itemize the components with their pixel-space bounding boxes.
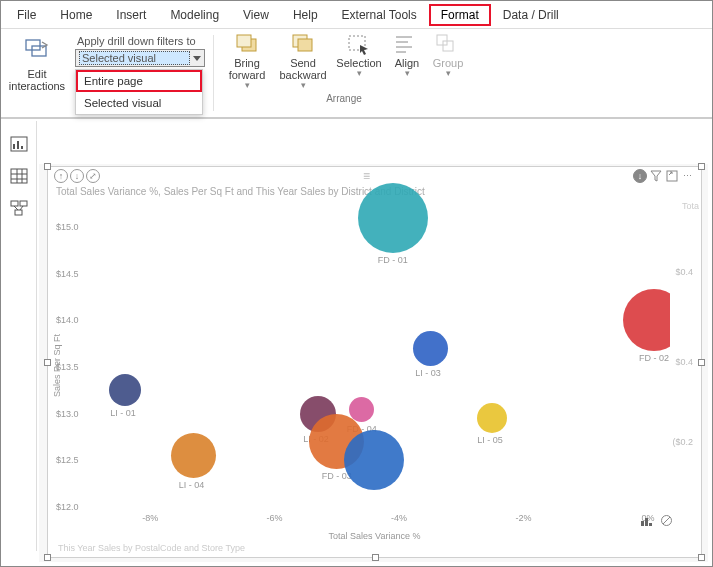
tab-data-drill[interactable]: Data / Drill bbox=[491, 4, 571, 26]
bubble[interactable] bbox=[358, 183, 428, 253]
drill-filters-group: Apply drill down filters to Selected vis… bbox=[73, 29, 213, 117]
bubble-label: LI - 01 bbox=[110, 408, 136, 418]
bubble[interactable] bbox=[171, 433, 216, 478]
y-tick: $14.5 bbox=[56, 269, 79, 279]
resize-handle[interactable] bbox=[698, 554, 705, 561]
ribbon-body: Edit interactions Apply drill down filte… bbox=[1, 29, 712, 119]
model-view-icon[interactable] bbox=[9, 199, 29, 217]
svg-rect-17 bbox=[11, 169, 27, 183]
more-options-icon[interactable]: ⋯ bbox=[681, 169, 695, 183]
drill-filters-label: Apply drill down filters to bbox=[77, 35, 205, 47]
tab-modeling[interactable]: Modeling bbox=[158, 4, 231, 26]
visual-header: ↑ ↓ ⤢ ≡ ↓ ⋯ bbox=[48, 167, 701, 185]
bubble[interactable] bbox=[344, 430, 404, 490]
y-tick: $13.5 bbox=[56, 362, 79, 372]
bubble[interactable] bbox=[413, 331, 448, 366]
tab-external-tools[interactable]: External Tools bbox=[330, 4, 429, 26]
x-tick: -8% bbox=[142, 513, 158, 523]
bubble-label: LI - 04 bbox=[179, 480, 205, 490]
drill-down-icon[interactable]: ↓ bbox=[70, 169, 84, 183]
svg-rect-30 bbox=[649, 523, 652, 526]
footer-text: This Year Sales by PostalCode and Store … bbox=[58, 543, 245, 553]
group-icon bbox=[435, 33, 461, 55]
resize-handle[interactable] bbox=[44, 359, 51, 366]
arrange-group-label: Arrange bbox=[326, 93, 362, 104]
svg-line-32 bbox=[663, 517, 670, 524]
bubble-label: FD - 01 bbox=[378, 255, 408, 265]
align-button[interactable]: Align▾ bbox=[388, 33, 426, 91]
none-icon[interactable] bbox=[660, 514, 673, 527]
resize-handle[interactable] bbox=[698, 163, 705, 170]
drill-toggle-icon[interactable]: ↓ bbox=[633, 169, 647, 183]
visual-frame[interactable]: ↑ ↓ ⤢ ≡ ↓ ⋯ Total Sales Variance %, Sale… bbox=[47, 166, 702, 558]
report-canvas[interactable]: ↑ ↓ ⤢ ≡ ↓ ⋯ Total Sales Variance %, Sale… bbox=[39, 164, 708, 562]
resize-handle[interactable] bbox=[44, 163, 51, 170]
tab-file[interactable]: File bbox=[5, 4, 48, 26]
chevron-down-icon: ▾ bbox=[301, 81, 306, 91]
y-tick: $14.0 bbox=[56, 315, 79, 325]
ribbon-tabs: File Home Insert Modeling View Help Exte… bbox=[1, 1, 712, 29]
svg-rect-5 bbox=[298, 39, 312, 51]
bring-forward-icon bbox=[234, 33, 260, 55]
data-view-icon[interactable] bbox=[9, 167, 29, 185]
tab-home[interactable]: Home bbox=[48, 4, 104, 26]
svg-rect-16 bbox=[21, 146, 23, 149]
resize-handle[interactable] bbox=[372, 554, 379, 561]
drill-up-icon[interactable]: ↑ bbox=[54, 169, 68, 183]
bubble-label: FD - 02 bbox=[639, 353, 669, 363]
bubble-label: LI - 05 bbox=[477, 435, 503, 445]
dropdown-selected-visual[interactable]: Selected visual bbox=[76, 92, 202, 114]
svg-rect-11 bbox=[437, 35, 447, 45]
x-tick: -4% bbox=[391, 513, 407, 523]
drill-filters-select[interactable]: Selected visual bbox=[75, 49, 205, 67]
resize-handle[interactable] bbox=[698, 359, 705, 366]
y-tick: $12.5 bbox=[56, 455, 79, 465]
expand-all-icon[interactable]: ⤢ bbox=[86, 169, 100, 183]
arrange-group: Bring forward▾ Send backward▾ Selection▾… bbox=[214, 29, 474, 117]
focus-mode-icon[interactable] bbox=[665, 169, 679, 183]
svg-rect-28 bbox=[641, 521, 644, 526]
y-tick: $13.0 bbox=[56, 409, 79, 419]
svg-rect-22 bbox=[11, 201, 18, 206]
chevron-down-icon: ▾ bbox=[245, 81, 250, 91]
edit-interactions-button[interactable]: Edit interactions bbox=[7, 33, 67, 92]
x-tick: -6% bbox=[267, 513, 283, 523]
bubble[interactable] bbox=[349, 397, 374, 422]
bubble-label: LI - 03 bbox=[415, 368, 441, 378]
grip-icon[interactable]: ≡ bbox=[363, 169, 370, 183]
highlight-icon[interactable] bbox=[640, 515, 654, 527]
svg-rect-15 bbox=[17, 141, 19, 149]
resize-handle[interactable] bbox=[44, 554, 51, 561]
svg-line-26 bbox=[20, 206, 23, 210]
tab-view[interactable]: View bbox=[231, 4, 281, 26]
drill-selected-text: Selected visual bbox=[79, 51, 190, 65]
group-button: Group▾ bbox=[428, 33, 468, 91]
svg-rect-24 bbox=[15, 210, 22, 215]
chart-interaction-icons bbox=[640, 514, 673, 527]
filter-icon[interactable] bbox=[649, 169, 663, 183]
bubble[interactable] bbox=[109, 374, 141, 406]
svg-rect-23 bbox=[20, 201, 27, 206]
tab-insert[interactable]: Insert bbox=[104, 4, 158, 26]
x-axis-label: Total Sales Variance % bbox=[329, 531, 421, 541]
x-tick: -2% bbox=[515, 513, 531, 523]
selection-button[interactable]: Selection▾ bbox=[332, 33, 386, 91]
secondary-panel: Tota $0.4 $0.4 ($0.2 bbox=[670, 197, 695, 511]
view-rail bbox=[1, 121, 37, 551]
bring-forward-button[interactable]: Bring forward▾ bbox=[220, 33, 274, 91]
chart-plot-area[interactable]: $15.0$14.5$14.0$13.5$13.0$12.5$12.0-8%-6… bbox=[88, 199, 679, 507]
edit-interactions-label: Edit interactions bbox=[7, 68, 67, 92]
svg-rect-3 bbox=[237, 35, 251, 47]
chevron-down-icon: ▾ bbox=[357, 69, 362, 79]
send-backward-button[interactable]: Send backward▾ bbox=[276, 33, 330, 91]
tab-help[interactable]: Help bbox=[281, 4, 330, 26]
y-tick: $12.0 bbox=[56, 502, 79, 512]
dropdown-entire-page[interactable]: Entire page bbox=[76, 70, 202, 92]
bubble[interactable] bbox=[477, 403, 507, 433]
selection-icon bbox=[346, 33, 372, 55]
tab-format[interactable]: Format bbox=[429, 4, 491, 26]
svg-line-25 bbox=[14, 206, 18, 210]
report-view-icon[interactable] bbox=[9, 135, 29, 153]
svg-rect-12 bbox=[443, 41, 453, 51]
y-tick: $15.0 bbox=[56, 222, 79, 232]
